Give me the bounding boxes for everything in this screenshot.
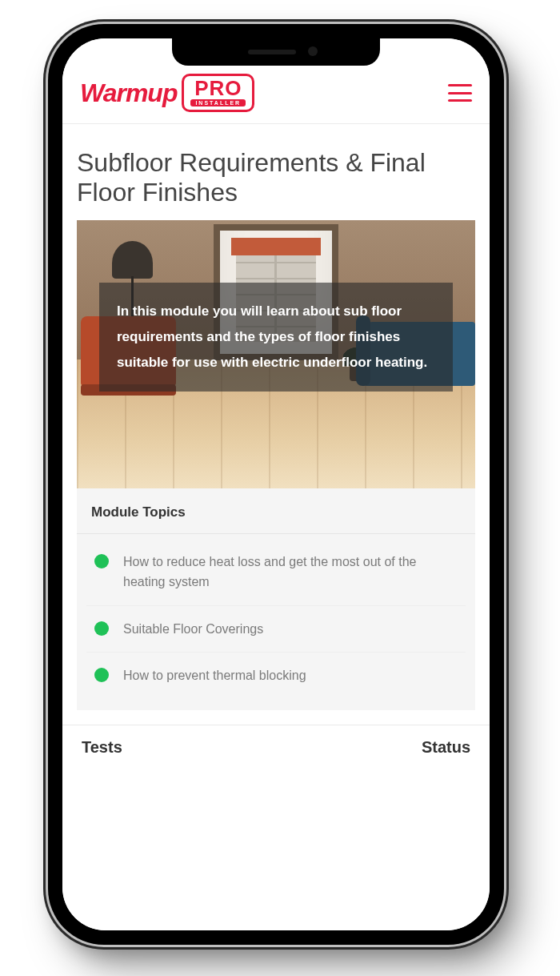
menu-icon[interactable] [448, 84, 472, 102]
list-item[interactable]: How to prevent thermal blocking [86, 653, 466, 699]
status-dot-icon [94, 668, 109, 682]
list-item[interactable]: Suitable Floor Coverings [86, 606, 466, 653]
bottom-bar: Tests Status [62, 725, 490, 777]
tab-tests[interactable]: Tests [82, 738, 122, 757]
page-title: Subfloor Requirements & Final Floor Fini… [62, 124, 490, 220]
module-topics-list: How to reduce heat loss and get the most… [77, 534, 475, 710]
status-dot-icon [94, 554, 109, 568]
topic-label: How to prevent thermal blocking [123, 665, 306, 686]
hero-image: In this module you will learn about sub … [77, 220, 475, 488]
status-dot-icon [94, 621, 109, 636]
brand-pro-text: PRO [194, 78, 242, 98]
brand-logo[interactable]: Warmup PRO INSTALLER [80, 74, 254, 112]
module-topics-heading: Module Topics [77, 488, 475, 534]
hero-intro-text: In this module you will learn about sub … [99, 283, 453, 392]
topic-label: How to reduce heat loss and get the most… [123, 552, 458, 592]
phone-notch [172, 38, 380, 66]
brand-installer-text: INSTALLER [190, 99, 246, 106]
module-topics-card: Module Topics How to reduce heat loss an… [77, 488, 475, 710]
list-item[interactable]: How to reduce heat loss and get the most… [86, 539, 466, 606]
tab-status[interactable]: Status [422, 738, 470, 757]
topic-label: Suitable Floor Coverings [123, 619, 263, 640]
brand-pro-badge: PRO INSTALLER [182, 74, 254, 112]
app-root: Warmup PRO INSTALLER Subfloor Requiremen… [62, 38, 490, 930]
page-content: Subfloor Requirements & Final Floor Fini… [62, 124, 490, 930]
phone-screen: Warmup PRO INSTALLER Subfloor Requiremen… [62, 38, 490, 930]
brand-wordmark: Warmup [80, 78, 177, 108]
phone-frame: Warmup PRO INSTALLER Subfloor Requiremen… [48, 24, 504, 945]
